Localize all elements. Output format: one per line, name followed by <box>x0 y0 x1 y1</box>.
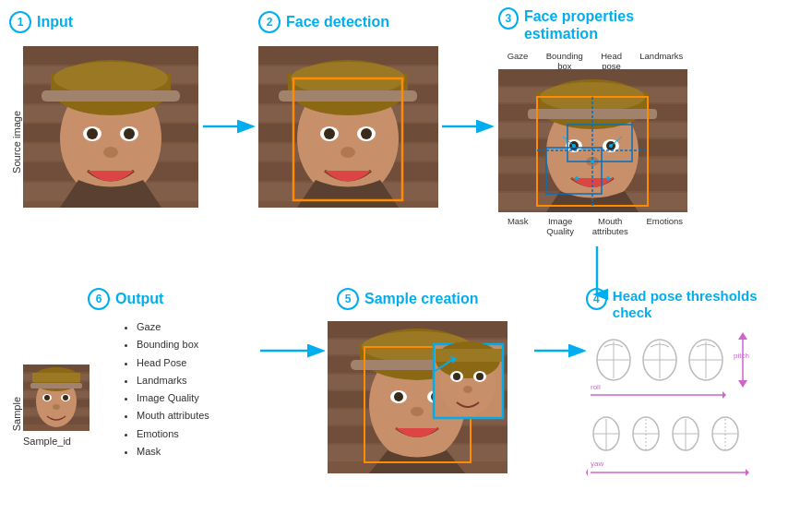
step3-circle: 3 <box>498 7 519 30</box>
step2-image-wrapper <box>258 46 438 208</box>
svg-point-68 <box>575 176 579 180</box>
output-item-gaze: Gaze <box>137 318 209 336</box>
label-emotions: Emotions <box>646 216 683 236</box>
sample-label: Sample <box>11 397 22 431</box>
sample-svg <box>23 365 90 431</box>
step3-image-wrapper <box>498 69 687 212</box>
arrow-5-4 <box>532 340 586 365</box>
step4-svg: pitch roll <box>586 332 789 494</box>
step3-bottom-labels: Mask ImageQuality Mouthattributes Emotio… <box>498 216 692 236</box>
step2-header: 2 Face detection <box>258 11 389 39</box>
step5-label: Sample creation <box>364 291 479 307</box>
svg-text:yaw: yaw <box>591 460 603 468</box>
svg-point-156 <box>63 395 68 400</box>
step5-circle: 5 <box>337 288 359 310</box>
step1-image-wrapper <box>23 46 198 208</box>
output-item-landmarks: Landmarks <box>137 372 209 389</box>
arrow-2-3 <box>440 115 496 140</box>
label-mask: Mask <box>508 216 529 236</box>
step1-header: 1 Input <box>9 11 73 39</box>
output-item-head-pose: Head Pose <box>137 354 209 372</box>
svg-point-16 <box>87 128 98 139</box>
svg-point-135 <box>453 373 460 380</box>
svg-point-37 <box>361 128 372 139</box>
step1-svg <box>23 46 198 208</box>
svg-rect-132 <box>436 349 502 362</box>
label-gaze: Gaze <box>508 51 529 71</box>
step6-circle: 6 <box>88 288 110 310</box>
sample-image <box>23 365 90 431</box>
sample-id: Sample_id <box>23 436 71 447</box>
svg-point-69 <box>606 176 610 180</box>
step5-image-container <box>328 321 508 473</box>
output-item-emotions: Emotions <box>137 425 209 443</box>
step4-images: pitch roll <box>586 332 789 496</box>
step3-header: 3 Face properties estimation <box>498 7 692 42</box>
svg-point-18 <box>103 147 118 158</box>
svg-point-17 <box>124 128 135 139</box>
step2-circle: 2 <box>258 11 281 33</box>
step1-face-image <box>23 46 198 208</box>
diagram: 1 Input Source image <box>0 0 812 514</box>
svg-rect-33 <box>279 90 417 102</box>
step3-svg <box>498 69 687 212</box>
svg-rect-152 <box>30 383 82 388</box>
source-image-label: Source image <box>11 111 22 173</box>
step2-label: Face detection <box>286 14 389 30</box>
label-head-pose: Headpose <box>601 51 622 71</box>
label-bounding-box: Boundingbox <box>546 51 583 71</box>
step1-circle: 1 <box>9 11 31 33</box>
step2-svg <box>258 46 438 208</box>
step4-circle: 4 <box>586 288 607 310</box>
step6-header: 6 Output <box>88 288 163 316</box>
svg-text:roll: roll <box>591 383 601 391</box>
output-item-image-quality: Image Quality <box>137 389 209 407</box>
svg-point-137 <box>463 386 472 393</box>
label-landmarks: Landmarks <box>639 51 683 71</box>
svg-point-67 <box>591 160 594 163</box>
output-list-container: Gaze Bounding box Head Pose Landmarks Im… <box>120 318 209 460</box>
svg-point-155 <box>44 395 50 400</box>
svg-rect-151 <box>32 373 80 382</box>
step3-image-container <box>498 69 687 212</box>
step4-label: Head pose thresholds check <box>613 288 789 321</box>
svg-point-38 <box>340 147 355 158</box>
svg-point-36 <box>324 128 335 139</box>
output-item-mask: Mask <box>137 443 209 460</box>
svg-point-126 <box>411 407 424 416</box>
output-item-bounding-box: Bounding box <box>137 336 209 353</box>
step3-label: Face properties estimation <box>524 7 692 42</box>
svg-rect-73 <box>586 332 789 494</box>
step6-label: Output <box>115 291 163 307</box>
svg-point-124 <box>394 392 403 401</box>
arrow-1-2 <box>201 115 257 140</box>
step2-image-container <box>258 46 438 208</box>
step5-svg <box>328 321 508 473</box>
step4-header: 4 Head pose thresholds check <box>586 288 789 321</box>
svg-text:pitch: pitch <box>734 352 749 360</box>
output-list: Gaze Bounding box Head Pose Landmarks Im… <box>120 318 209 460</box>
output-item-mouth-attributes: Mouth attributes <box>137 407 209 424</box>
svg-point-136 <box>476 373 484 380</box>
step1-label: Input <box>37 14 73 30</box>
label-image-quality: ImageQuality <box>546 216 574 236</box>
step5-header: 5 Sample creation <box>337 288 479 316</box>
step3-top-labels: Gaze Boundingbox Headpose Landmarks <box>498 51 692 71</box>
svg-rect-13 <box>42 90 180 102</box>
arrow-6-5 <box>258 340 325 365</box>
step5-image-wrapper <box>328 321 508 473</box>
label-mouth-attributes: Mouthattributes <box>592 216 628 236</box>
svg-point-12 <box>54 62 168 95</box>
svg-point-157 <box>53 404 60 410</box>
